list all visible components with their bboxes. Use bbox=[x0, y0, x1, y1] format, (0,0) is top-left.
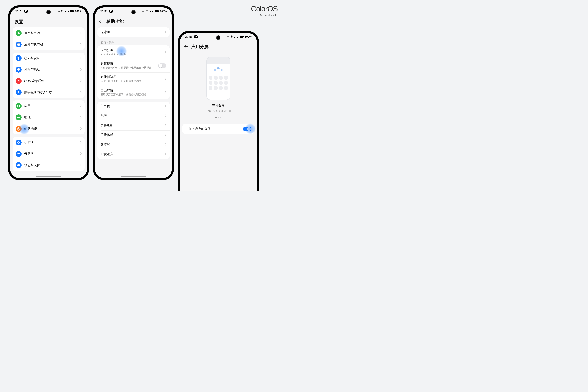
svg-rect-10 bbox=[18, 105, 18, 106]
battery-percent: 100% bbox=[75, 10, 82, 13]
row-手势体感[interactable]: 手势体感 bbox=[98, 130, 170, 140]
settings-content[interactable]: 声音与振动通知与状态栏密码与安全权限与隐私SOS 紧急联络数字健康与家人守护应用… bbox=[10, 28, 87, 178]
row-desc: 应用以浮窗形式显示，多任务处理更便捷 bbox=[100, 93, 165, 97]
row-指纹速启[interactable]: 指纹速启 bbox=[98, 150, 170, 159]
chevron-right-icon bbox=[80, 116, 82, 120]
status-time: 20:51 bbox=[185, 35, 192, 38]
page-title: 应用分屏 bbox=[191, 44, 208, 50]
row-智慧视窗[interactable]: 智慧视窗使用原装皮套时，锁屏最小化显示在智慧视窗 bbox=[98, 59, 170, 72]
splitscreen-content[interactable]: 三指分屏 三指上滑即可开启分屏 三指上滑启动分屏 bbox=[180, 53, 257, 191]
row-label: 密码与安全 bbox=[24, 56, 80, 60]
three-finger-swipe-row[interactable]: 三指上滑启动分屏 bbox=[182, 124, 254, 134]
svg-text:HD: HD bbox=[58, 10, 60, 12]
svg-rect-12 bbox=[18, 106, 18, 107]
wifi-icon bbox=[61, 10, 64, 12]
key-icon bbox=[16, 55, 22, 61]
status-indicators: HD 100% bbox=[142, 10, 167, 13]
row-label: 单手模式 bbox=[100, 104, 165, 108]
svg-text:HD: HD bbox=[227, 36, 229, 38]
settings-row-bell[interactable]: 声音与振动 bbox=[12, 28, 85, 39]
shield-icon bbox=[16, 67, 22, 72]
row-label: 通知与状态栏 bbox=[24, 42, 80, 47]
settings-row-wallet[interactable]: 钱包与支付 bbox=[12, 160, 85, 171]
chevron-right-icon bbox=[80, 163, 82, 168]
phone-frame-settings: 20:51 18 HD 100% 设置 声音与振动通知与状态栏密码与安全权限与隐… bbox=[8, 6, 89, 180]
accessibility-row[interactable]: 无障碍 bbox=[98, 28, 170, 37]
svg-rect-2 bbox=[70, 10, 74, 12]
row-截屏[interactable]: 截屏 bbox=[98, 111, 170, 121]
settings-row-sos[interactable]: SOS 紧急联络 bbox=[12, 75, 85, 87]
chevron-right-icon bbox=[80, 31, 82, 35]
toggle-switch[interactable] bbox=[243, 126, 251, 131]
camera-hole-icon bbox=[47, 10, 50, 14]
settings-row-shield[interactable]: 权限与隐私 bbox=[12, 64, 85, 75]
chevron-right-icon bbox=[165, 90, 166, 94]
chevron-right-icon bbox=[165, 143, 166, 147]
battery-icon bbox=[240, 36, 244, 38]
chevron-right-icon bbox=[165, 114, 166, 118]
wifi-icon bbox=[146, 10, 148, 12]
page-header: 设置 bbox=[10, 15, 87, 28]
settings-row-heart[interactable]: 数字健康与家人守护 bbox=[12, 87, 85, 98]
chevron-right-icon bbox=[165, 50, 166, 54]
chevron-right-icon bbox=[80, 140, 82, 145]
settings-row-battery[interactable]: 电池 bbox=[12, 112, 85, 123]
battery-icon bbox=[70, 10, 74, 12]
row-label: 辅助功能 bbox=[24, 127, 80, 131]
page-header: 辅助功能 bbox=[95, 15, 172, 28]
hd-icon: HD bbox=[57, 10, 60, 12]
row-desc: 随时呼出侧边栏开启应用或快捷功能 bbox=[100, 80, 165, 83]
chevron-right-icon bbox=[80, 127, 82, 131]
svg-point-17 bbox=[18, 142, 19, 143]
battery-percent: 100% bbox=[160, 10, 167, 13]
svg-rect-3 bbox=[74, 11, 74, 12]
row-自由浮窗[interactable]: 自由浮窗应用以浮窗形式显示，多任务处理更便捷 bbox=[98, 86, 170, 99]
touch-icon bbox=[16, 126, 22, 132]
row-label: 钱包与支付 bbox=[24, 163, 80, 168]
chevron-right-icon bbox=[165, 152, 166, 156]
signal-5g-icon bbox=[149, 10, 151, 12]
row-label: 自由浮窗 bbox=[100, 88, 165, 93]
phone-frame-splitscreen: 20:51 18 HD 100% 应用分屏 bbox=[178, 31, 259, 191]
wifi-icon bbox=[230, 36, 233, 38]
settings-group: 小布 AI云服务钱包与支付 bbox=[12, 137, 85, 171]
brand-label: ColorOS 14.0 | Android 14 bbox=[251, 5, 278, 16]
row-智能侧边栏[interactable]: 智能侧边栏随时呼出侧边栏开启应用或快捷功能 bbox=[98, 72, 170, 86]
settings-row-ai[interactable]: 小布 AI bbox=[12, 137, 85, 148]
chevron-right-icon bbox=[165, 124, 166, 128]
signal-5g-icon-2 bbox=[67, 10, 70, 12]
svg-rect-26 bbox=[240, 36, 244, 38]
row-应用分屏[interactable]: 应用分屏同时显示两个应用界面 bbox=[98, 46, 170, 59]
back-button[interactable] bbox=[184, 44, 188, 50]
brand-subtitle: 14.0 | Android 14 bbox=[251, 14, 278, 16]
status-indicators: HD 100% bbox=[57, 10, 82, 13]
row-悬浮球[interactable]: 悬浮球 bbox=[98, 140, 170, 150]
row-label: 云服务 bbox=[24, 152, 80, 156]
row-label: 手势体感 bbox=[100, 133, 165, 137]
row-desc: 同时显示两个应用界面 bbox=[100, 53, 165, 56]
illustration-card: 三指分屏 三指上滑即可开启分屏 bbox=[182, 53, 254, 120]
row-屏幕录制[interactable]: 屏幕录制 bbox=[98, 121, 170, 130]
home-indicator[interactable] bbox=[36, 176, 61, 177]
chevron-right-icon bbox=[165, 133, 166, 137]
page-title: 辅助功能 bbox=[106, 18, 124, 24]
row-单手模式[interactable]: 单手模式 bbox=[98, 102, 170, 111]
home-indicator[interactable] bbox=[121, 176, 146, 177]
settings-row-apps[interactable]: 应用 bbox=[12, 100, 85, 112]
accessibility-content[interactable]: 无障碍窗口与手势应用分屏同时显示两个应用界面智慧视窗使用原装皮套时，锁屏最小化显… bbox=[95, 28, 172, 178]
sos-icon bbox=[16, 78, 22, 84]
row-label: 声音与振动 bbox=[24, 31, 80, 35]
settings-row-cloud[interactable]: 云服务 bbox=[12, 148, 85, 160]
accessibility-card: 无障碍 bbox=[98, 28, 170, 37]
row-desc: 使用原装皮套时，锁屏最小化显示在智慧视窗 bbox=[100, 66, 158, 70]
status-time: 20:51 bbox=[15, 10, 23, 13]
row-label: 智能侧边栏 bbox=[100, 75, 165, 79]
back-button[interactable] bbox=[99, 19, 103, 24]
settings-row-touch[interactable]: 辅助功能 bbox=[12, 123, 85, 134]
toggle-switch[interactable] bbox=[158, 63, 166, 68]
svg-rect-22 bbox=[155, 10, 158, 12]
settings-row-panel[interactable]: 通知与状态栏 bbox=[12, 39, 85, 50]
settings-row-key[interactable]: 密码与安全 bbox=[12, 52, 85, 64]
hd-icon: HD bbox=[142, 10, 145, 12]
page-indicator[interactable] bbox=[182, 117, 254, 118]
